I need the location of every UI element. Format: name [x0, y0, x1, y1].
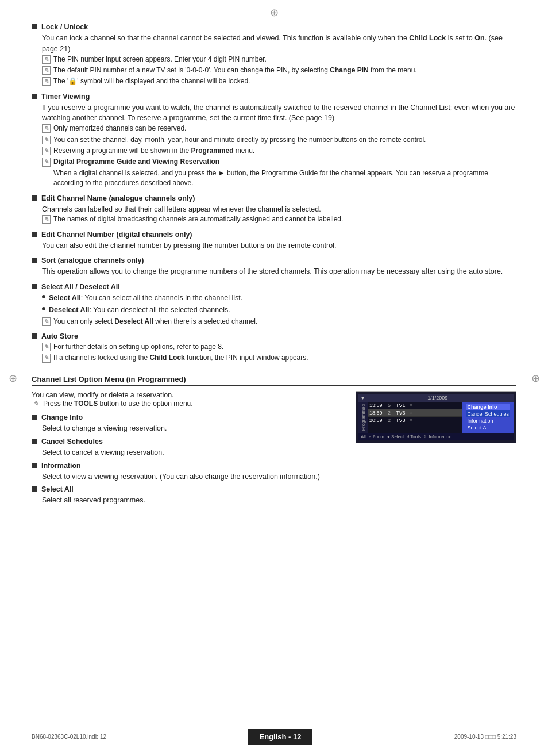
cl-section-title: Cancel Schedules	[32, 438, 344, 446]
note-line: ✎ If a channel is locked using the Child…	[42, 353, 516, 363]
note-icon: ✎	[42, 147, 51, 155]
note-line: ✎ Press the TOOLS button to use the opti…	[32, 399, 344, 409]
section-body-edit-channel-name: Channels can labelled so that their call…	[42, 204, 516, 225]
tv-time: 20:59	[369, 417, 388, 423]
tv-sidebar-label: Programmed	[361, 404, 366, 431]
footer-center-label: English - 12	[248, 729, 312, 745]
tv-row-2: 18:59 2 TV3 ○	[368, 409, 462, 417]
section-body-select-all: Select All: You can select all the chann…	[42, 293, 516, 327]
section-heading: Edit Channel Number (digital channels on…	[41, 231, 192, 239]
tv-footer-select: ● Select	[387, 434, 404, 439]
section-bullet-icon	[32, 284, 37, 289]
channel-list-section: Channel List Option Menu (in Programmed)…	[32, 375, 516, 509]
section-heading: Select All / Deselect All	[41, 283, 120, 291]
note-icon: ✎	[42, 77, 51, 86]
tv-num: 2	[388, 417, 396, 423]
cl-section-heading: Information	[41, 462, 81, 470]
channel-list-intro: You can view, modify or delete a reserva…	[32, 391, 344, 399]
note-icon: ✎	[42, 136, 51, 144]
section-title-edit-channel-number: Edit Channel Number (digital channels on…	[32, 231, 516, 239]
footer-left-text: BN68-02363C-02L10.indb 12	[32, 734, 106, 740]
section-heading: Edit Channel Name (analogue channels onl…	[41, 194, 195, 202]
tv-menu-item-cancel-schedules: Cancel Schedules	[466, 410, 510, 417]
section-select-all: Select All / Deselect All Select All: Yo…	[32, 283, 516, 327]
note-text: Reserving a programme will be shown in t…	[53, 146, 254, 156]
note-icon: ✎	[42, 66, 51, 75]
section-bullet-icon	[32, 24, 37, 29]
bullet-text: Select All: You can select all the chann…	[49, 293, 242, 304]
section-bullet-icon	[32, 94, 37, 99]
cl-section-heading: Select All	[41, 485, 74, 493]
note-text: The default PIN number of a new TV set i…	[53, 66, 417, 75]
note-line: ✎ The '🔒' symbol will be displayed and t…	[42, 76, 516, 86]
tv-channel: TV3	[396, 417, 410, 423]
tv-num: 2	[388, 410, 396, 416]
note-line: ✎ You can set the channel, day, month, y…	[42, 135, 516, 145]
note-icon: ✎	[42, 317, 51, 326]
note-text: For further details on setting up option…	[53, 342, 223, 352]
tv-channel: TV1	[396, 402, 410, 408]
cl-section-change-info: Change Info Select to change a viewing r…	[32, 413, 344, 434]
subnote-text: When a digital channel is selected, and …	[53, 168, 516, 189]
section-title-timer-viewing: Timer Viewing	[32, 93, 516, 101]
cl-section-select-all: Select All Select all reserved programme…	[32, 485, 344, 506]
section-body-edit-channel-number: You can also edit the channel number by …	[42, 240, 516, 251]
note-icon: ✎	[42, 55, 51, 64]
tv-screenshot-container: ♥ 1/1/2009 Programmed 13:59	[356, 391, 516, 443]
section-body-sort: This operation allows you to change the …	[42, 266, 516, 277]
section-bullet-icon	[32, 195, 37, 201]
section-title-select-all: Select All / Deselect All	[32, 283, 516, 291]
tv-icon: ○	[410, 410, 416, 415]
section-bullet-icon	[32, 439, 37, 444]
note-text: You can only select Deselect All when th…	[53, 317, 257, 327]
note-text: Press the TOOLS button to use the option…	[43, 399, 193, 409]
cl-section-title: Change Info	[32, 413, 344, 421]
bullet-dot-icon	[42, 295, 45, 298]
cl-section-text: Select to view a viewing reservation. (Y…	[42, 471, 344, 482]
section-bullet-icon	[32, 486, 37, 492]
section-title-lock-unlock: Lock / Unlock	[32, 23, 516, 31]
tv-row-1: 13:59 5 TV1 ○	[368, 402, 462, 409]
section-body-lock-unlock: You can lock a channel so that the chann…	[42, 33, 516, 87]
tv-header: ♥ 1/1/2009	[358, 394, 514, 402]
tv-footer-info: ℂ Information	[424, 434, 451, 439]
cl-section-text: Select all reserved programmes.	[42, 495, 344, 506]
section-heading: Lock / Unlock	[41, 23, 88, 31]
tv-footer-zoom: a Zoom	[369, 434, 384, 439]
section-edit-channel-number: Edit Channel Number (digital channels on…	[32, 231, 516, 251]
cl-section-body: Select to cancel a viewing reservation.	[42, 447, 344, 458]
section-heading: Sort (analogue channels only)	[41, 256, 144, 264]
tv-body: Programmed 13:59 5 TV1 ○ 18:59	[358, 402, 514, 433]
list-item: Deselect All: You can deselect all the s…	[42, 305, 516, 316]
note-text: Only memorized channels can be reserved.	[53, 124, 186, 133]
note-line: ✎ Digital Programme Guide and Viewing Re…	[42, 157, 516, 167]
bullet-text: Deselect All: You can deselect all the s…	[49, 305, 230, 316]
cl-section-body: Select to change a viewing reservation.	[42, 423, 344, 434]
tv-footer: All a Zoom ● Select ∂ Tools ℂ Informatio…	[358, 433, 514, 440]
section-bullet-icon	[32, 463, 37, 468]
section-text: Channels can labelled so that their call…	[42, 204, 516, 215]
note-line: ✎ For further details on setting up opti…	[42, 342, 516, 352]
note-text: The '🔒' symbol will be displayed and the…	[53, 76, 250, 86]
tv-channel: TV3	[396, 410, 410, 416]
section-heading: Auto Store	[41, 332, 78, 340]
section-text: This operation allows you to change the …	[42, 266, 516, 277]
tv-icon: ○	[410, 402, 416, 408]
section-title-sort: Sort (analogue channels only)	[32, 256, 516, 264]
tv-row-3: 20:59 2 TV3 ○	[368, 417, 462, 424]
note-text: Digital Programme Guide and Viewing Rese…	[53, 157, 219, 167]
note-line: ✎ The PIN number input screen appears. E…	[42, 55, 516, 64]
note-line: ✎ The default PIN number of a new TV set…	[42, 66, 516, 75]
note-text: The PIN number input screen appears. Ent…	[53, 55, 267, 64]
note-line: ✎ Reserving a programme will be shown in…	[42, 146, 516, 156]
section-text: You can lock a channel so that the chann…	[42, 33, 516, 55]
tv-icon: ○	[410, 417, 416, 423]
section-bullet-icon	[32, 258, 37, 263]
list-item: Select All: You can select all the chann…	[42, 293, 516, 304]
note-line: ✎ The names of digital broadcasting chan…	[42, 214, 516, 224]
section-heading: Timer Viewing	[41, 93, 90, 101]
note-icon: ✎	[42, 354, 51, 362]
note-icon: ✎	[42, 124, 51, 133]
note-line: ✎ Only memorized channels can be reserve…	[42, 124, 516, 133]
cl-section-heading: Change Info	[41, 413, 83, 421]
